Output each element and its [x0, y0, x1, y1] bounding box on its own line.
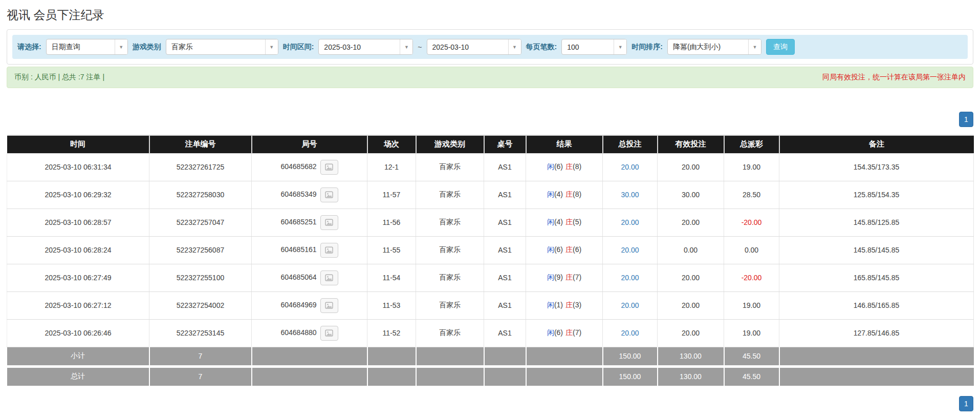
cell-table-no: AS1: [484, 209, 526, 236]
result-banker-count: (7): [573, 273, 581, 281]
query-mode-label: 请选择:: [17, 43, 41, 52]
table-row: 2025-03-10 06:26:46522327253145604684880…: [7, 319, 974, 347]
cell-result: 闲(6)庄(7): [526, 319, 603, 347]
round-video-button[interactable]: [320, 187, 338, 202]
pagination-top: 1: [7, 112, 973, 127]
result-player-label: 闲: [547, 245, 554, 254]
query-button[interactable]: 查询: [766, 39, 795, 55]
result-banker-label: 庄: [565, 162, 573, 171]
subtotal-cell-3: [252, 347, 367, 366]
result-player-label: 闲: [547, 218, 554, 226]
result-player-label: 闲: [547, 328, 554, 337]
cell-time: 2025-03-10 06:27:12: [7, 291, 149, 319]
total-bet-link[interactable]: 20.00: [621, 246, 639, 254]
cell-session: 11-55: [367, 236, 416, 264]
result-player-count: (6): [554, 328, 563, 337]
round-video-button[interactable]: [320, 243, 338, 258]
game-type-select[interactable]: 百家乐 ▼: [166, 39, 278, 55]
cell-payout: 19.00: [724, 153, 779, 181]
cell-remark: 145.85/145.85: [779, 236, 974, 264]
valid-bet-notice-text: 同局有效投注，统一计算在该局第一张注单内: [822, 73, 966, 82]
total-bet-link[interactable]: 30.00: [621, 191, 639, 199]
chevron-down-icon: ▼: [265, 39, 278, 54]
total-bet-link[interactable]: 20.00: [621, 163, 639, 171]
table-row: 2025-03-10 06:27:12522327254002604684969…: [7, 291, 974, 319]
video-icon: [324, 162, 334, 172]
cell-bet-id: 522327254002: [149, 291, 252, 319]
round-id: 604685064: [280, 273, 316, 281]
total-cell-3: [252, 366, 367, 386]
column-header-6: 桌号: [484, 135, 526, 153]
table-header-row: 时间注单编号局号场次游戏类别桌号结果总投注有效投注总派彩备注: [7, 135, 974, 153]
cell-result: 闲(4)庄(8): [526, 181, 603, 209]
result-player-label: 闲: [547, 162, 554, 171]
cell-total-bet: 20.00: [603, 209, 658, 236]
cell-table-no: AS1: [484, 291, 526, 319]
date-range-label: 时间区间:: [283, 43, 314, 52]
total-bet-link[interactable]: 20.00: [621, 274, 639, 282]
result-player-label: 闲: [547, 190, 554, 198]
cell-session: 11-52: [367, 319, 416, 347]
chevron-down-icon: ▼: [614, 39, 626, 54]
date-to-value: 2025-03-10: [427, 43, 508, 51]
cell-bet-id: 522327256087: [149, 236, 252, 264]
total-cell-1: 总计: [7, 366, 149, 386]
round-video-button[interactable]: [320, 326, 338, 341]
video-icon: [324, 218, 334, 227]
column-header-3: 局号: [252, 135, 367, 153]
cell-bet-id: 522327261725: [149, 153, 252, 181]
cell-round: 604685251: [252, 209, 367, 236]
bet-records-table: 时间注单编号局号场次游戏类别桌号结果总投注有效投注总派彩备注 2025-03-1…: [7, 135, 974, 386]
result-banker-label: 庄: [565, 190, 573, 198]
table-row: 2025-03-10 06:31:34522327261725604685682…: [7, 153, 974, 181]
chevron-down-icon: ▼: [508, 39, 521, 54]
cell-payout: 28.50: [724, 181, 779, 209]
result-banker-count: (6): [573, 245, 581, 254]
round-id: 604685251: [280, 218, 316, 226]
filter-panel: 请选择: 日期查询 ▼ 游戏类别 百家乐 ▼ 时间区间: 2025-03-10 …: [7, 29, 973, 65]
page-button-1[interactable]: 1: [959, 396, 973, 411]
round-video-button[interactable]: [320, 160, 338, 175]
cell-bet-id: 522327257047: [149, 209, 252, 236]
date-range-separator: ~: [418, 43, 422, 51]
result-player-count: (1): [554, 301, 563, 309]
round-video-button[interactable]: [320, 298, 338, 313]
subtotal-cell-7: [526, 347, 603, 366]
total-cell-4: [367, 366, 416, 386]
cell-remark: 145.85/125.85: [779, 209, 974, 236]
page-size-value: 100: [562, 43, 614, 51]
game-type-label: 游戏类别: [133, 43, 161, 52]
cell-valid-bet: 20.00: [658, 153, 724, 181]
cell-session: 11-57: [367, 181, 416, 209]
round-video-button[interactable]: [320, 215, 338, 230]
table-row: 2025-03-10 06:28:57522327257047604685251…: [7, 209, 974, 236]
time-sort-select[interactable]: 降冪(由大到小) ▼: [667, 39, 761, 55]
subtotal-cell-1: 小计: [7, 347, 149, 366]
cell-payout: -20.00: [724, 264, 779, 291]
cell-payout: -20.00: [724, 209, 779, 236]
page-button-1[interactable]: 1: [959, 112, 973, 127]
date-from-value: 2025-03-10: [319, 43, 400, 51]
query-mode-select[interactable]: 日期查询 ▼: [46, 39, 128, 55]
round-video-button[interactable]: [320, 270, 338, 285]
column-header-4: 场次: [367, 135, 416, 153]
round-id: 604684969: [280, 301, 316, 309]
cell-valid-bet: 20.00: [658, 319, 724, 347]
cell-remark: 154.35/173.35: [779, 153, 974, 181]
page-size-select[interactable]: 100 ▼: [561, 39, 627, 55]
result-player-count: (6): [554, 245, 563, 254]
total-cell-10: 45.50: [724, 366, 779, 386]
result-banker-count: (3): [573, 301, 581, 309]
cell-time: 2025-03-10 06:27:49: [7, 264, 149, 291]
total-bet-link[interactable]: 20.00: [621, 218, 639, 226]
table-row: 2025-03-10 06:27:49522327255100604685064…: [7, 264, 974, 291]
date-to-select[interactable]: 2025-03-10 ▼: [427, 39, 521, 55]
column-header-5: 游戏类别: [416, 135, 484, 153]
cell-valid-bet: 20.00: [658, 209, 724, 236]
cell-total-bet: 30.00: [603, 181, 658, 209]
cell-result: 闲(6)庄(6): [526, 236, 603, 264]
total-bet-link[interactable]: 20.00: [621, 301, 639, 309]
cell-remark: 127.85/146.85: [779, 319, 974, 347]
date-from-select[interactable]: 2025-03-10 ▼: [318, 39, 413, 55]
total-bet-link[interactable]: 20.00: [621, 329, 639, 337]
